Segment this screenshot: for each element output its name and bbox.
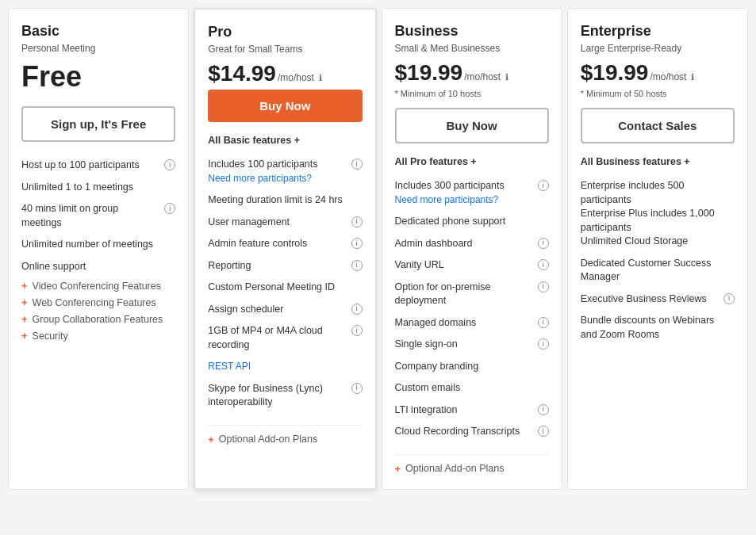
feature-text-business-1: Dedicated phone support	[395, 215, 549, 229]
cta-button-pro[interactable]: Buy Now	[208, 90, 362, 122]
info-icon-business-5[interactable]: i	[538, 317, 549, 328]
info-icon-pro-3[interactable]: i	[351, 238, 363, 249]
plan-tagline-basic: Personal Meeting	[21, 43, 175, 54]
info-icon-pro-2[interactable]: i	[351, 216, 363, 227]
feature-text-business-2: Admin dashboard	[395, 237, 538, 251]
plan-card-basic: BasicPersonal MeetingFreeSign up, It's F…	[8, 8, 189, 490]
expandable-row-basic-1[interactable]: +Web Conferencing Features	[21, 294, 175, 311]
feature-item-pro-4: Reportingi	[208, 255, 362, 277]
expand-plus-icon-basic-1: +	[21, 296, 28, 308]
feature-item-basic-2: 40 mins limit on group meetingsi	[21, 198, 175, 234]
plan-tagline-pro: Great for Small Teams	[208, 44, 362, 55]
feature-text-pro-6: Assign scheduler	[208, 303, 351, 317]
feature-item-enterprise-0: Enterprise includes 500 participantsEnte…	[581, 175, 735, 253]
feature-item-pro-7: 1GB of MP4 or M4A cloud recordingi	[208, 320, 362, 356]
info-icon-business-6[interactable]: i	[538, 338, 549, 350]
feature-link-pro-8[interactable]: REST API	[208, 361, 251, 372]
feature-text-basic-1: Unlimited 1 to 1 meetings	[21, 181, 175, 195]
free-price-basic: Free	[21, 60, 175, 94]
feature-text-business-3: Vanity URL	[395, 258, 538, 273]
feature-text-pro-1: Meeting duration limit is 24 hrs	[208, 193, 362, 208]
info-icon-basic-0[interactable]: i	[164, 159, 175, 170]
info-icon-business-4[interactable]: i	[538, 281, 549, 292]
plan-name-business: Business	[395, 23, 549, 40]
feature-need-more-link-pro-0[interactable]: Need more participants?	[208, 173, 312, 184]
feature-item-business-2: Admin dashboardi	[395, 233, 549, 255]
info-icon-pro-7[interactable]: i	[351, 325, 363, 336]
feature-text-business-8: Custom emails	[395, 381, 549, 396]
expand-plus-icon-basic-0: +	[21, 280, 28, 292]
feature-text-enterprise-1: Dedicated Customer Success Manager	[581, 257, 735, 285]
feature-text-pro-7: 1GB of MP4 or M4A cloud recording	[208, 324, 351, 352]
feature-item-pro-5: Custom Personal Meeting ID	[208, 277, 362, 299]
info-icon-enterprise-2[interactable]: i	[723, 293, 735, 304]
info-icon-business-2[interactable]: i	[538, 238, 549, 249]
info-icon-business-3[interactable]: i	[538, 259, 549, 270]
info-icon-business-9[interactable]: i	[538, 404, 549, 415]
info-icon-pro-4[interactable]: i	[351, 260, 363, 271]
expandable-row-basic-3[interactable]: +Security	[21, 327, 175, 344]
cta-button-enterprise[interactable]: Contact Sales	[581, 108, 735, 143]
feature-text-pro-2: User management	[208, 216, 351, 230]
feature-text-enterprise-0: Enterprise includes 500 participantsEnte…	[581, 179, 735, 249]
cta-button-business[interactable]: Buy Now	[395, 108, 549, 143]
plan-name-enterprise: Enterprise	[581, 23, 735, 40]
feature-item-business-9: LTI integrationi	[395, 399, 549, 422]
plan-tagline-business: Small & Med Businesses	[395, 43, 549, 54]
price-info-icon-enterprise[interactable]: ℹ	[691, 72, 694, 82]
price-unit-pro: /mo/host	[278, 72, 314, 83]
feature-text-basic-2: 40 mins limit on group meetings	[21, 202, 164, 230]
price-unit-business: /mo/host	[464, 71, 501, 82]
feature-text-business-9: LTI integration	[395, 403, 538, 418]
feature-item-business-8: Custom emails	[395, 377, 549, 399]
price-amount-pro: $14.99	[208, 61, 276, 86]
addon-plans-business[interactable]: +Optional Add-on Plans	[395, 454, 549, 475]
plan-card-business: BusinessSmall & Med Businesses$19.99/mo/…	[382, 8, 562, 490]
feature-item-business-3: Vanity URLi	[395, 254, 549, 277]
info-icon-basic-2[interactable]: i	[164, 203, 175, 214]
feature-text-business-7: Company branding	[395, 360, 549, 374]
addon-label-business: Optional Add-on Plans	[405, 463, 504, 474]
info-icon-pro-6[interactable]: i	[351, 304, 363, 315]
feature-item-business-4: Option for on-premise deploymenti	[395, 277, 549, 312]
feature-item-pro-2: User managementi	[208, 212, 362, 234]
feature-text-business-6: Single sign-on	[395, 338, 538, 352]
feature-item-basic-0: Host up to 100 participantsi	[21, 155, 175, 177]
feature-item-pro-1: Meeting duration limit is 24 hrs	[208, 189, 362, 212]
feature-need-more-link-business-0[interactable]: Need more participants?	[395, 194, 499, 205]
feature-item-basic-4: Online support	[21, 256, 175, 278]
feature-text-pro-8: REST API	[208, 360, 362, 374]
feature-item-business-10: Cloud Recording Transcriptsi	[395, 421, 549, 443]
feature-text-enterprise-3: Bundle discounts on Webinars and Zoom Ro…	[581, 314, 735, 342]
feature-item-enterprise-3: Bundle discounts on Webinars and Zoom Ro…	[581, 310, 735, 346]
feature-text-business-4: Option for on-premise deployment	[395, 281, 538, 308]
feature-item-business-5: Managed domainsi	[395, 312, 549, 334]
addon-plans-pro[interactable]: +Optional Add-on Plans	[208, 425, 362, 445]
price-unit-enterprise: /mo/host	[650, 71, 686, 82]
pricing-container: BasicPersonal MeetingFreeSign up, It's F…	[0, 0, 756, 498]
price-info-icon-business[interactable]: ℹ	[505, 72, 508, 82]
expandable-label-basic-1: Web Conferencing Features	[33, 297, 156, 308]
feature-item-pro-8: REST API	[208, 356, 362, 378]
expandable-label-basic-0: Video Conferencing Features	[33, 281, 161, 292]
price-info-icon-pro[interactable]: ℹ	[319, 73, 322, 83]
info-icon-pro-9[interactable]: i	[351, 383, 363, 394]
info-icon-business-10[interactable]: i	[538, 426, 549, 437]
feature-text-basic-0: Host up to 100 participants	[21, 159, 164, 173]
plan-price-enterprise: $19.99/mo/hostℹ	[581, 60, 735, 86]
info-icon-business-0[interactable]: i	[538, 180, 549, 191]
feature-item-enterprise-1: Dedicated Customer Success Manager	[581, 253, 735, 289]
expandable-row-basic-0[interactable]: +Video Conferencing Features	[21, 277, 175, 294]
feature-item-basic-3: Unlimited number of meetings	[21, 234, 175, 256]
cta-button-basic[interactable]: Sign up, It's Free	[21, 106, 175, 142]
feature-item-business-6: Single sign-oni	[395, 334, 549, 356]
feature-text-pro-5: Custom Personal Meeting ID	[208, 281, 362, 295]
feature-item-business-1: Dedicated phone support	[395, 211, 549, 233]
expandable-row-basic-2[interactable]: +Group Collaboration Features	[21, 311, 175, 327]
addon-label-pro: Optional Add-on Plans	[219, 434, 317, 445]
feature-text-business-5: Managed domains	[395, 316, 538, 331]
info-icon-pro-0[interactable]: i	[351, 159, 363, 170]
price-note-business: * Minimum of 10 hosts	[395, 89, 549, 98]
feature-text-pro-3: Admin feature controls	[208, 237, 351, 251]
price-note-enterprise: * Minimum of 50 hosts	[581, 89, 735, 98]
